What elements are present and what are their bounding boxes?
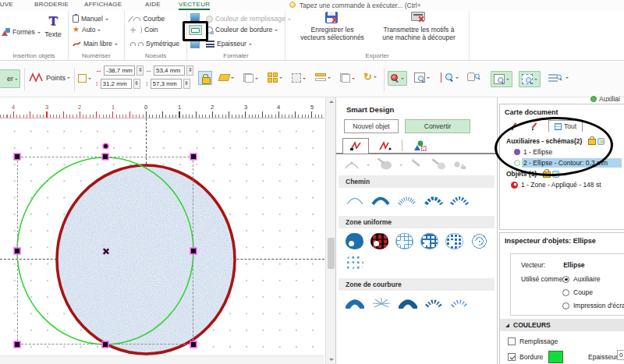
rotation-handle[interactable] (104, 144, 108, 148)
curve-ray-arch[interactable] (371, 297, 392, 309)
manuel-button[interactable]: Manuel (73, 15, 108, 23)
tab-digitize-pen-dot[interactable] (372, 138, 399, 154)
tree-group-objets[interactable]: Objets (1) (506, 170, 559, 178)
zoom-list-button[interactable] (548, 73, 569, 82)
height-input[interactable] (151, 79, 182, 89)
couleur-bordure-button[interactable]: Couleur de bordure (206, 26, 278, 34)
handle-mid-right[interactable] (191, 249, 196, 253)
handle-mid-left[interactable] (15, 249, 20, 253)
curve-dotted-arch[interactable] (424, 297, 443, 309)
remplissage-checkbox-row[interactable]: Remplissage (508, 337, 558, 345)
fill-square-button[interactable] (190, 13, 200, 23)
fill-checker[interactable] (420, 233, 438, 249)
tab-digitize-pen[interactable] (342, 138, 369, 154)
lock-proportions-button[interactable] (198, 71, 212, 85)
command-search-input[interactable]: Tapez une commande à exécuter... (Ctrl+ (300, 2, 421, 9)
rectangle-tool-button[interactable] (189, 25, 202, 35)
pos-y-input[interactable] (101, 79, 132, 89)
align-blocks-button[interactable] (268, 72, 282, 83)
tab-tout[interactable]: Tout (548, 120, 583, 132)
tab-broderie[interactable]: BRODERIE (34, 1, 69, 8)
curve-solid-arch[interactable] (346, 297, 364, 309)
path-block-arc[interactable] (450, 194, 469, 206)
path-thin-arc[interactable] (346, 194, 364, 206)
pan-hand-button[interactable] (467, 72, 482, 81)
courbe-button[interactable]: Courbe (130, 15, 165, 23)
epaisseur-input[interactable] (617, 350, 624, 360)
coin-button[interactable]: Coin (130, 26, 158, 34)
zoom-scale-button[interactable] (441, 72, 459, 83)
visibility-bulb-icon[interactable] (552, 171, 559, 178)
path-thick-arc[interactable] (371, 194, 390, 206)
transmettre-motifs-button[interactable]: Transmettre les motifs à une machine à d… (375, 12, 463, 41)
formes-button[interactable]: Formes (2, 28, 41, 36)
fill-gingham[interactable] (395, 233, 413, 249)
tab-pen-2[interactable] (526, 120, 542, 132)
convertir-button[interactable]: Convertir (405, 119, 470, 133)
curve-solid-arch-2[interactable] (399, 297, 417, 309)
radio-impression[interactable]: Impression d'écran (562, 302, 624, 309)
width-stepper[interactable] (186, 65, 193, 76)
bordure-checkbox-row[interactable]: Bordure (508, 353, 543, 361)
group-objects-button[interactable] (340, 73, 355, 83)
canvas-viewport[interactable] (0, 118, 324, 355)
tab-epreuve[interactable]: EUVE (0, 1, 13, 8)
tree-item-ellipse-2[interactable]: 2 - Ellipse - Contour: 0,3 mm (514, 159, 608, 167)
zoom-window-button[interactable] (414, 72, 430, 83)
fill-contour[interactable] (470, 233, 488, 249)
arc-node-tool-icon[interactable] (344, 159, 360, 171)
fill-plaid[interactable] (370, 233, 388, 249)
tab-pen-1[interactable] (506, 120, 522, 132)
radio-coupe[interactable]: Coupe (562, 288, 593, 296)
symetrique-button[interactable]: Symétrique (130, 40, 179, 48)
border-color-swatch[interactable] (548, 351, 563, 363)
zoom-fit-button[interactable] (491, 71, 512, 87)
zoom-pin-button[interactable] (388, 71, 407, 86)
scroll-up-arrow[interactable] (329, 101, 334, 103)
curve-dotted-arch-2[interactable] (450, 297, 469, 309)
magic-wand-icon[interactable] (410, 158, 424, 171)
tab-affichage[interactable]: AFFICHAGE (84, 1, 122, 8)
pos-x-stepper[interactable] (136, 65, 144, 76)
scrollbar-thumb[interactable] (328, 238, 335, 269)
texte-button[interactable]: T Texte (41, 14, 66, 50)
epaisseur-button[interactable]: Epaisseur (206, 40, 252, 48)
scroll-down-arrow[interactable] (329, 359, 334, 361)
distribute-button[interactable] (315, 73, 331, 82)
tree-item-ellipse-1[interactable]: 1 - Ellipse (514, 148, 552, 156)
handle-top-right[interactable] (191, 154, 196, 159)
fill-dots[interactable] (445, 233, 463, 249)
tab-vecteur[interactable]: VECTEUR (179, 1, 210, 10)
magic-wand-ellipse-icon[interactable] (377, 158, 392, 171)
shapes-pair-icon[interactable] (453, 159, 467, 171)
path-segment-arc[interactable] (424, 194, 443, 206)
tree-group-auxiliaires[interactable]: Auxiliaires - schémas(2) (506, 137, 604, 145)
tab-aide[interactable]: AIDE (145, 1, 161, 8)
tab-convert-shapes[interactable] (406, 138, 433, 154)
lock-icon[interactable] (543, 171, 549, 176)
fill-solid[interactable] (346, 233, 363, 249)
selection-frame-button[interactable] (292, 73, 306, 83)
vertical-scrollbar[interactable] (325, 97, 335, 364)
handle-top-mid[interactable] (103, 154, 108, 159)
path-fringe-arc[interactable] (397, 194, 417, 206)
overlap-button[interactable] (243, 73, 258, 83)
auto-button[interactable]: ★ Auto (73, 26, 101, 34)
lock-icon[interactable] (588, 139, 594, 143)
visibility-bulb-icon[interactable] (597, 138, 604, 145)
couleurs-section-header[interactable]: COULEURS (500, 319, 624, 331)
enregistrer-vecteurs-button[interactable]: Enregistrer les vecteurs sélectionnés (293, 12, 371, 41)
grid-reference-button[interactable] (78, 74, 91, 83)
zoom-selection-button[interactable] (519, 71, 541, 87)
tree-item-zone-applique[interactable]: 1 - Zone - Appliqué - 148 st (511, 181, 601, 189)
handle-top-left[interactable] (15, 154, 20, 159)
border-square-button[interactable] (190, 39, 200, 48)
points-button[interactable]: Points (29, 72, 70, 83)
magic-wand-shape-icon[interactable] (431, 158, 446, 171)
main-libre-button[interactable]: Main libre (73, 40, 118, 48)
handle-bottom-left[interactable] (15, 342, 20, 347)
couleur-remplissage-button[interactable]: Couleur de remplissage (206, 15, 291, 23)
horizontal-scrollbar[interactable] (0, 355, 324, 364)
radio-auxiliaire[interactable]: Auxiliaire (562, 275, 601, 283)
width-input[interactable] (154, 65, 185, 76)
